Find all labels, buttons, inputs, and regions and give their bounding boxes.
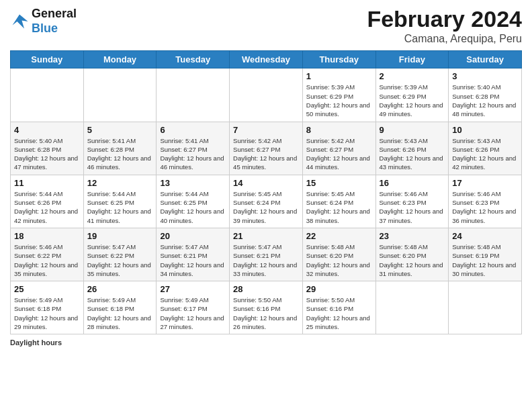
day-info: Sunrise: 5:50 AMSunset: 6:16 PMDaylight:… (306, 295, 372, 331)
table-row: 7Sunrise: 5:42 AMSunset: 6:27 PMDaylight… (230, 122, 303, 175)
day-number: 18 (14, 231, 80, 241)
table-row: 22Sunrise: 5:48 AMSunset: 6:20 PMDayligh… (302, 228, 375, 281)
day-number: 14 (233, 178, 299, 188)
calendar-week-row: 25Sunrise: 5:49 AMSunset: 6:18 PMDayligh… (11, 281, 522, 334)
table-row: 16Sunrise: 5:46 AMSunset: 6:23 PMDayligh… (375, 175, 449, 228)
logo-general: General (32, 7, 77, 21)
day-info: Sunrise: 5:44 AMSunset: 6:26 PMDaylight:… (14, 189, 80, 225)
calendar-table: Sunday Monday Tuesday Wednesday Thursday… (10, 50, 522, 334)
table-row: 24Sunrise: 5:48 AMSunset: 6:19 PMDayligh… (449, 228, 522, 281)
day-info: Sunrise: 5:50 AMSunset: 6:16 PMDaylight:… (233, 295, 299, 331)
day-number: 8 (306, 125, 372, 135)
day-number: 19 (87, 231, 153, 241)
day-number: 13 (160, 178, 226, 188)
svg-marker-0 (13, 14, 28, 28)
day-info: Sunrise: 5:49 AMSunset: 6:18 PMDaylight:… (14, 295, 80, 331)
day-info: Sunrise: 5:48 AMSunset: 6:20 PMDaylight:… (306, 242, 372, 278)
day-number: 11 (14, 178, 80, 188)
calendar-week-row: 11Sunrise: 5:44 AMSunset: 6:26 PMDayligh… (11, 175, 522, 228)
calendar-week-row: 18Sunrise: 5:46 AMSunset: 6:22 PMDayligh… (11, 228, 522, 281)
table-row: 17Sunrise: 5:46 AMSunset: 6:23 PMDayligh… (449, 175, 522, 228)
table-row: 25Sunrise: 5:49 AMSunset: 6:18 PMDayligh… (11, 281, 84, 334)
day-number: 26 (87, 284, 153, 294)
day-number: 9 (380, 125, 445, 135)
day-number: 12 (87, 178, 153, 188)
day-info: Sunrise: 5:46 AMSunset: 6:23 PMDaylight:… (452, 189, 518, 225)
day-info: Sunrise: 5:45 AMSunset: 6:24 PMDaylight:… (306, 189, 372, 225)
day-info: Sunrise: 5:48 AMSunset: 6:19 PMDaylight:… (452, 242, 518, 278)
table-row: 29Sunrise: 5:50 AMSunset: 6:16 PMDayligh… (302, 281, 375, 334)
table-row (157, 68, 230, 122)
day-info: Sunrise: 5:41 AMSunset: 6:27 PMDaylight:… (160, 136, 226, 172)
table-row (83, 68, 157, 122)
day-info: Sunrise: 5:40 AMSunset: 6:28 PMDaylight:… (452, 83, 518, 118)
day-info: Sunrise: 5:48 AMSunset: 6:20 PMDaylight:… (380, 242, 445, 278)
table-row: 4Sunrise: 5:40 AMSunset: 6:28 PMDaylight… (11, 122, 84, 175)
table-row: 11Sunrise: 5:44 AMSunset: 6:26 PMDayligh… (11, 175, 84, 228)
table-row: 26Sunrise: 5:49 AMSunset: 6:18 PMDayligh… (83, 281, 157, 334)
day-number: 2 (380, 71, 445, 81)
table-row: 19Sunrise: 5:47 AMSunset: 6:22 PMDayligh… (83, 228, 157, 281)
col-monday: Monday (83, 51, 157, 68)
title-block: February 2024 Camana, Arequipa, Peru (367, 7, 522, 45)
table-row: 15Sunrise: 5:45 AMSunset: 6:24 PMDayligh… (302, 175, 375, 228)
day-number: 4 (14, 125, 80, 135)
calendar-header-row: Sunday Monday Tuesday Wednesday Thursday… (11, 51, 522, 68)
day-info: Sunrise: 5:46 AMSunset: 6:22 PMDaylight:… (14, 242, 80, 278)
day-number: 17 (452, 178, 518, 188)
day-info: Sunrise: 5:45 AMSunset: 6:24 PMDaylight:… (233, 189, 299, 225)
location: Camana, Arequipa, Peru (367, 33, 522, 45)
day-info: Sunrise: 5:39 AMSunset: 6:29 PMDaylight:… (306, 83, 372, 118)
day-number: 7 (233, 125, 299, 135)
day-info: Sunrise: 5:46 AMSunset: 6:23 PMDaylight:… (380, 189, 445, 225)
table-row: 27Sunrise: 5:49 AMSunset: 6:17 PMDayligh… (157, 281, 230, 334)
col-wednesday: Wednesday (230, 51, 303, 68)
day-number: 24 (452, 231, 518, 241)
day-info: Sunrise: 5:49 AMSunset: 6:17 PMDaylight:… (160, 295, 226, 331)
logo: General Blue (10, 7, 77, 36)
day-number: 27 (160, 284, 226, 294)
day-info: Sunrise: 5:47 AMSunset: 6:21 PMDaylight:… (160, 242, 226, 278)
table-row (11, 68, 84, 122)
day-info: Sunrise: 5:47 AMSunset: 6:21 PMDaylight:… (233, 242, 299, 278)
day-info: Sunrise: 5:41 AMSunset: 6:28 PMDaylight:… (87, 136, 153, 172)
day-info: Sunrise: 5:40 AMSunset: 6:28 PMDaylight:… (14, 136, 80, 172)
day-number: 16 (380, 178, 445, 188)
day-info: Sunrise: 5:42 AMSunset: 6:27 PMDaylight:… (233, 136, 299, 172)
table-row: 10Sunrise: 5:43 AMSunset: 6:26 PMDayligh… (449, 122, 522, 175)
day-info: Sunrise: 5:43 AMSunset: 6:26 PMDaylight:… (380, 136, 445, 172)
table-row: 23Sunrise: 5:48 AMSunset: 6:20 PMDayligh… (375, 228, 449, 281)
col-friday: Friday (375, 51, 449, 68)
table-row: 2Sunrise: 5:39 AMSunset: 6:29 PMDaylight… (375, 68, 449, 122)
day-number: 23 (380, 231, 445, 241)
col-sunday: Sunday (11, 51, 84, 68)
day-info: Sunrise: 5:44 AMSunset: 6:25 PMDaylight:… (160, 189, 226, 225)
table-row: 3Sunrise: 5:40 AMSunset: 6:28 PMDaylight… (449, 68, 522, 122)
day-info: Sunrise: 5:44 AMSunset: 6:25 PMDaylight:… (87, 189, 153, 225)
table-row: 20Sunrise: 5:47 AMSunset: 6:21 PMDayligh… (157, 228, 230, 281)
col-tuesday: Tuesday (157, 51, 230, 68)
table-row (375, 281, 449, 334)
daylight-label: Daylight hours (10, 338, 62, 347)
col-saturday: Saturday (449, 51, 522, 68)
table-row: 12Sunrise: 5:44 AMSunset: 6:25 PMDayligh… (83, 175, 157, 228)
table-row: 28Sunrise: 5:50 AMSunset: 6:16 PMDayligh… (230, 281, 303, 334)
day-number: 6 (160, 125, 226, 135)
day-number: 5 (87, 125, 153, 135)
day-info: Sunrise: 5:47 AMSunset: 6:22 PMDaylight:… (87, 242, 153, 278)
col-thursday: Thursday (302, 51, 375, 68)
day-info: Sunrise: 5:49 AMSunset: 6:18 PMDaylight:… (87, 295, 153, 331)
table-row: 1Sunrise: 5:39 AMSunset: 6:29 PMDaylight… (302, 68, 375, 122)
page-header: General Blue February 2024 Camana, Arequ… (10, 7, 522, 45)
day-info: Sunrise: 5:43 AMSunset: 6:26 PMDaylight:… (452, 136, 518, 172)
table-row: 9Sunrise: 5:43 AMSunset: 6:26 PMDaylight… (375, 122, 449, 175)
table-row (449, 281, 522, 334)
day-number: 22 (306, 231, 372, 241)
table-row: 6Sunrise: 5:41 AMSunset: 6:27 PMDaylight… (157, 122, 230, 175)
day-number: 3 (452, 71, 518, 81)
table-row: 5Sunrise: 5:41 AMSunset: 6:28 PMDaylight… (83, 122, 157, 175)
logo-blue: Blue (32, 21, 77, 36)
table-row: 8Sunrise: 5:42 AMSunset: 6:27 PMDaylight… (302, 122, 375, 175)
footer-note: Daylight hours (10, 338, 522, 347)
table-row: 21Sunrise: 5:47 AMSunset: 6:21 PMDayligh… (230, 228, 303, 281)
